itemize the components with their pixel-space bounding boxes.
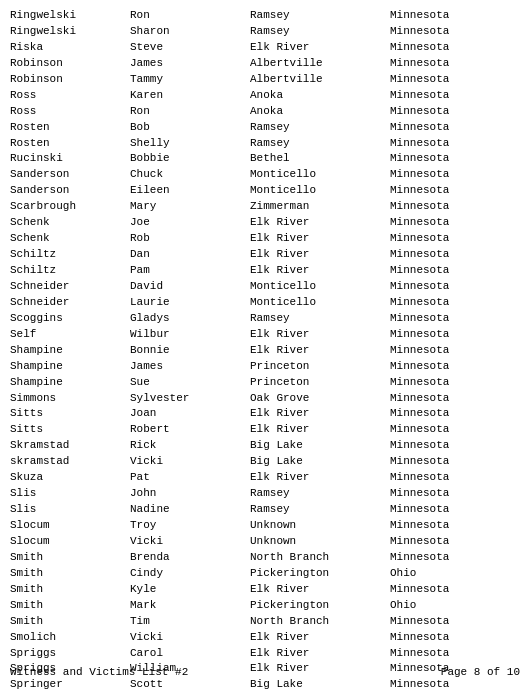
footer-left: Witness and Victims List #2: [10, 666, 188, 678]
table-row: SmithKyleElk RiverMinnesota: [10, 582, 520, 598]
table-row: SlisJohnRamseyMinnesota: [10, 486, 520, 502]
table-row: SimmonsSylvesterOak GroveMinnesota: [10, 391, 520, 407]
table-row: ShampineJamesPrincetonMinnesota: [10, 359, 520, 375]
table-row: RingwelskiRonRamseyMinnesota: [10, 8, 520, 24]
table-row: SchenkJoeElk RiverMinnesota: [10, 215, 520, 231]
table-row: SchiltzPamElk RiverMinnesota: [10, 263, 520, 279]
table-row: RingwelskiSharonRamseyMinnesota: [10, 24, 520, 40]
table-row: SkuzaPatElk RiverMinnesota: [10, 470, 520, 486]
table-row: SmithTimNorth BranchMinnesota: [10, 614, 520, 630]
table-row: SelfWilburElk RiverMinnesota: [10, 327, 520, 343]
table-row: SittsRobertElk RiverMinnesota: [10, 422, 520, 438]
table-row: SchneiderLaurieMonticelloMinnesota: [10, 295, 520, 311]
table-row: SmolichVickiElk RiverMinnesota: [10, 630, 520, 646]
table-row: SpringerScottBig LakeMinnesota: [10, 677, 520, 690]
table-row: RucinskiBobbieBethelMinnesota: [10, 151, 520, 167]
table-row: SpriggsCarolElk RiverMinnesota: [10, 646, 520, 662]
data-table: RingwelskiRonRamseyMinnesotaRingwelskiSh…: [10, 8, 520, 690]
table-row: ShampineBonnieElk RiverMinnesota: [10, 343, 520, 359]
table-row: SlocumVickiUnknownMinnesota: [10, 534, 520, 550]
table-row: SchiltzDanElk RiverMinnesota: [10, 247, 520, 263]
table-row: SandersonEileenMonticelloMinnesota: [10, 183, 520, 199]
table-row: RossRonAnokaMinnesota: [10, 104, 520, 120]
table-row: RobinsonJamesAlbertvilleMinnesota: [10, 56, 520, 72]
table-row: RostenBobRamseyMinnesota: [10, 120, 520, 136]
footer: Witness and Victims List #2 Page 8 of 10: [10, 666, 520, 678]
table-row: RostenShellyRamseyMinnesota: [10, 136, 520, 152]
table-row: SittsJoanElk RiverMinnesota: [10, 406, 520, 422]
footer-right: Page 8 of 10: [441, 666, 520, 678]
table-row: SchenkRobElk RiverMinnesota: [10, 231, 520, 247]
table-row: ScarbroughMaryZimmermanMinnesota: [10, 199, 520, 215]
table-row: SmithMarkPickeringtonOhio: [10, 598, 520, 614]
table-row: SchneiderDavidMonticelloMinnesota: [10, 279, 520, 295]
table-row: SkramstadRickBig LakeMinnesota: [10, 438, 520, 454]
table-row: SandersonChuckMonticelloMinnesota: [10, 167, 520, 183]
table-row: SmithBrendaNorth BranchMinnesota: [10, 550, 520, 566]
table-row: SlocumTroyUnknownMinnesota: [10, 518, 520, 534]
table-row: ScogginsGladysRamseyMinnesota: [10, 311, 520, 327]
table-row: skramstadVickiBig LakeMinnesota: [10, 454, 520, 470]
table-row: SmithCindyPickeringtonOhio: [10, 566, 520, 582]
table-row: SlisNadineRamseyMinnesota: [10, 502, 520, 518]
table-row: ShampineSuePrincetonMinnesota: [10, 375, 520, 391]
table-row: RossKarenAnokaMinnesota: [10, 88, 520, 104]
table-row: RiskaSteveElk RiverMinnesota: [10, 40, 520, 56]
table-row: RobinsonTammyAlbertvilleMinnesota: [10, 72, 520, 88]
